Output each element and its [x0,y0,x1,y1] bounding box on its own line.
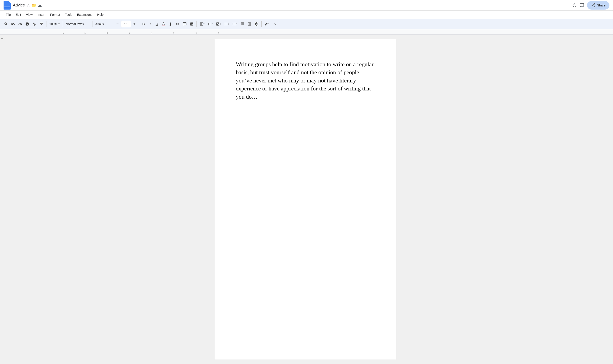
zoom-select[interactable]: 100% ▾ [48,20,61,27]
ruler-tick: 5 [173,32,174,34]
divider-4 [113,21,113,27]
indent-increase-button[interactable] [246,20,253,27]
menu-extensions[interactable]: Extensions [75,12,94,17]
divider-5 [139,21,139,27]
add-comment-button[interactable] [181,20,188,27]
highlight-color-button[interactable] [167,20,174,27]
toolbar: 100% ▾ Normal text ▾ Arial ▾ − + B I U A [0,19,613,29]
underline-button[interactable]: U [154,20,160,27]
history-icon[interactable] [572,3,577,8]
font-size-input[interactable] [121,21,131,27]
title-bar: Advice ☆ 📁 ☁ Share [0,0,613,11]
ruler-tick: 4 [151,32,152,34]
doc-icon [3,1,11,10]
print-button[interactable] [24,20,31,27]
paint-format-button[interactable] [38,20,45,27]
ruler-tick: 7 [218,32,219,34]
menu-view[interactable]: View [24,12,35,17]
zoom-value: 100% [49,22,57,26]
comment-icon[interactable] [579,3,584,8]
ruler-tick: 1 [84,32,86,34]
font-dropdown-icon: ▾ [103,22,104,26]
search-button[interactable] [3,20,9,27]
expand-button[interactable] [272,20,279,27]
link-button[interactable] [174,20,181,27]
menu-format[interactable]: Format [48,12,62,17]
checklist-button[interactable]: ▾ [214,20,222,27]
right-margin [606,35,610,364]
star-icon[interactable]: ☆ [27,3,30,8]
menu-tools[interactable]: Tools [63,12,75,17]
scrollbar[interactable] [610,35,613,364]
main-area: ≡ Writing groups help to find motivation… [0,35,613,364]
text-color-button[interactable]: A [160,20,167,27]
redo-button[interactable] [17,20,24,27]
bold-button[interactable]: B [141,20,147,27]
undo-button[interactable] [10,20,16,27]
ruler-tick: 6 [196,32,197,34]
align-button[interactable]: ▾ [198,20,206,27]
share-button[interactable]: Share [587,1,610,10]
menu-bar: File Edit View Insert Format Tools Exten… [0,11,613,19]
left-sidebar: ≡ [0,35,4,364]
title-icons: ☆ 📁 ☁ [27,3,42,8]
doc-page: Writing groups help to find motivation t… [214,39,396,360]
menu-edit[interactable]: Edit [13,12,23,17]
divider-6 [196,21,197,27]
numbered-list-button[interactable]: ▾ [231,20,239,27]
doc-title[interactable]: Advice [13,3,25,8]
ruler-tick: 1 [63,32,64,34]
ruler-tick: 2 [107,32,108,34]
clear-format-button[interactable] [253,20,260,27]
zoom-dropdown-icon: ▾ [58,22,60,26]
doc-area[interactable]: Writing groups help to find motivation t… [4,35,606,364]
menu-help[interactable]: Help [95,12,106,17]
divider-1 [46,21,46,27]
style-dropdown-icon: ▾ [82,22,84,26]
folder-icon[interactable]: 📁 [32,3,37,8]
font-size-increase-button[interactable]: + [131,20,138,27]
image-button[interactable] [188,20,195,27]
italic-button[interactable]: I [147,20,153,27]
edit-mode-button[interactable]: ▾ [263,20,271,27]
top-right-icons: Share [572,1,610,10]
divider-3 [92,21,92,27]
cloud-icon[interactable]: ☁ [38,3,42,8]
font-select[interactable]: Arial ▾ [94,20,112,27]
line-spacing-button[interactable]: ▾ [206,20,214,27]
style-value: Normal text [66,22,82,26]
style-select[interactable]: Normal text ▾ [64,20,91,27]
spellcheck-button[interactable] [31,20,38,27]
share-label: Share [597,3,605,7]
ruler: 1 1 2 3 4 5 6 7 [0,29,613,35]
indent-decrease-button[interactable] [239,20,246,27]
ruler-tick: 3 [129,32,130,34]
font-size-decrease-button[interactable]: − [115,20,121,27]
menu-file[interactable]: File [3,12,13,17]
font-value: Arial [95,22,102,26]
doc-content[interactable]: Writing groups help to find motivation t… [236,60,375,101]
outline-icon[interactable]: ≡ [1,37,3,41]
menu-insert[interactable]: Insert [35,12,48,17]
bullet-list-button[interactable]: ▾ [223,20,231,27]
